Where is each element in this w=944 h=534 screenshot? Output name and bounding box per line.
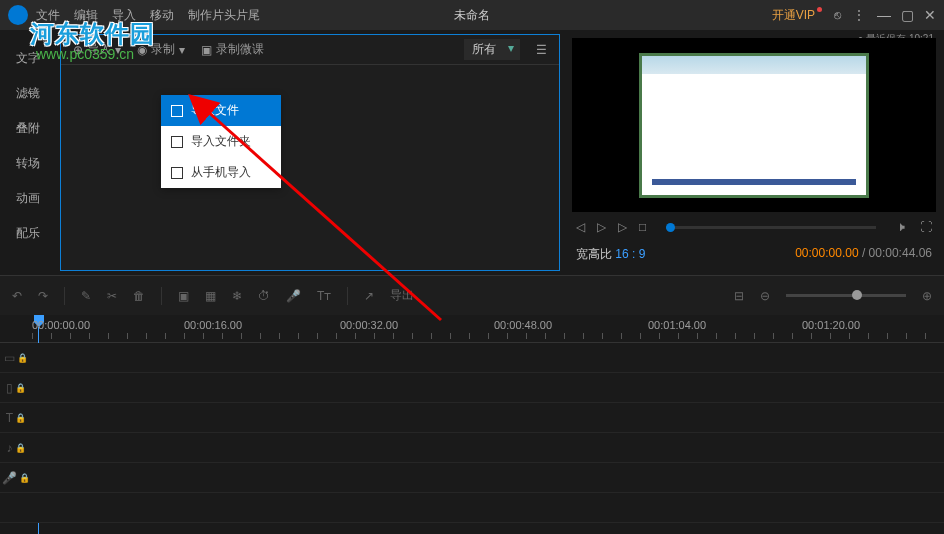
ruler-tick: 00:00:32.00	[340, 319, 398, 331]
ruler-tick: 00:00:48.00	[494, 319, 552, 331]
close-button[interactable]: ✕	[924, 7, 936, 23]
menu-move[interactable]: 移动	[150, 7, 174, 24]
ruler-tick: 00:00:00.00	[32, 319, 90, 331]
zoom-out-button[interactable]: ⊖	[760, 289, 770, 303]
mosaic-button[interactable]: ▦	[205, 289, 216, 303]
ruler-tick: 00:01:04.00	[648, 319, 706, 331]
zoom-in-button[interactable]: ⊕	[922, 289, 932, 303]
lock-icon[interactable]: 🔒	[15, 383, 26, 393]
fit-button[interactable]: ⊟	[734, 289, 744, 303]
track-audio[interactable]: ♪🔒	[0, 433, 944, 463]
track-extra[interactable]	[0, 493, 944, 523]
edit-button[interactable]: ✎	[81, 289, 91, 303]
cut-button[interactable]: ✂	[107, 289, 117, 303]
menu-file[interactable]: 文件	[36, 7, 60, 24]
voice-track-icon: 🎤	[2, 471, 17, 485]
import-context-menu: 导入文件 导入文件夹 从手机导入	[161, 95, 281, 188]
crop-button[interactable]: ▣	[178, 289, 189, 303]
track-voice[interactable]: 🎤🔒	[0, 463, 944, 493]
freeze-button[interactable]: ❄	[232, 289, 242, 303]
menu-import-phone[interactable]: 从手机导入	[161, 157, 281, 188]
undo-button[interactable]: ↶	[12, 289, 22, 303]
volume-icon[interactable]: 🕨	[896, 220, 908, 234]
preview-panel: ◁ ▷ ▷ □ 🕨 ⛶ 宽高比 16 : 9 00:00:00.00 / 00:…	[564, 30, 944, 275]
menu-import[interactable]: 导入	[112, 7, 136, 24]
aspect-ratio[interactable]: 16 : 9	[615, 247, 645, 261]
sidebar-text[interactable]: 文字	[16, 50, 40, 67]
file-icon	[171, 105, 183, 117]
preview-screen[interactable]	[572, 38, 936, 212]
video-track-icon: ▭	[4, 351, 15, 365]
subtitle-button[interactable]: Tᴛ	[317, 289, 331, 303]
timeline-toolbar: ↶ ↷ ✎ ✂ 🗑 ▣ ▦ ❄ ⏱ 🎤 Tᴛ ↗ 导出 ⊟ ⊖ ⊕	[0, 275, 944, 315]
menu-import-folder[interactable]: 导入文件夹	[161, 126, 281, 157]
user-icon[interactable]: ⎋	[834, 8, 841, 22]
lock-icon[interactable]: 🔒	[15, 443, 26, 453]
next-frame-button[interactable]: ▷	[618, 220, 627, 234]
scrubber[interactable]	[666, 226, 876, 229]
pip-track-icon: ▯	[6, 381, 13, 395]
sidebar-animation[interactable]: 动画	[16, 190, 40, 207]
folder-icon	[171, 136, 183, 148]
timeline-tracks: ▭🔒 ▯🔒 T🔒 ♪🔒 🎤🔒	[0, 343, 944, 523]
time-display: 00:00:00.00 / 00:00:44.06	[795, 246, 932, 263]
track-text[interactable]: T🔒	[0, 403, 944, 433]
play-button[interactable]: ▷	[597, 220, 606, 234]
media-toolbar: ⊕ 导入 ▾ ◉ 录制 ▾ ▣ 录制微课 所有 ☰	[61, 35, 559, 65]
transport-controls: ◁ ▷ ▷ □ 🕨 ⛶	[572, 212, 936, 242]
sidebar-overlay[interactable]: 叠附	[16, 120, 40, 137]
track-pip[interactable]: ▯🔒	[0, 373, 944, 403]
menu-import-file[interactable]: 导入文件	[161, 95, 281, 126]
sidebar-filter[interactable]: 滤镜	[16, 85, 40, 102]
maximize-button[interactable]: ▢	[901, 7, 914, 23]
total-time: 00:00:44.06	[869, 246, 932, 260]
phone-icon	[171, 167, 183, 179]
menu-edit[interactable]: 编辑	[74, 7, 98, 24]
sidebar-music[interactable]: 配乐	[16, 225, 40, 242]
sidebar: 文字 滤镜 叠附 转场 动画 配乐	[0, 30, 56, 275]
record-lesson-tool[interactable]: ▣ 录制微课	[201, 41, 264, 58]
redo-button[interactable]: ↷	[38, 289, 48, 303]
menu-titles[interactable]: 制作片头片尾	[188, 7, 260, 24]
prev-frame-button[interactable]: ◁	[576, 220, 585, 234]
audio-track-icon: ♪	[7, 441, 13, 455]
window-title: 未命名	[454, 7, 490, 24]
chevron-down-icon: ▾	[115, 43, 121, 57]
ratio-label: 宽高比	[576, 247, 612, 261]
menu-bar: 文件 编辑 导入 移动 制作片头片尾	[36, 7, 260, 24]
ruler-tick: 00:01:20.00	[802, 319, 860, 331]
lock-icon[interactable]: 🔒	[15, 413, 26, 423]
current-time: 00:00:00.00	[795, 246, 858, 260]
app-logo	[8, 5, 28, 25]
text-track-icon: T	[6, 411, 13, 425]
lock-icon[interactable]: 🔒	[19, 473, 30, 483]
zoom-slider[interactable]	[786, 294, 906, 297]
delete-button[interactable]: 🗑	[133, 289, 145, 303]
track-video[interactable]: ▭🔒	[0, 343, 944, 373]
export-icon[interactable]: ↗	[364, 289, 374, 303]
speed-button[interactable]: ⏱	[258, 289, 270, 303]
settings-icon[interactable]: ⋮	[853, 8, 865, 22]
titlebar: 文件 编辑 导入 移动 制作片头片尾 未命名 开通VIP ⎋ ⋮ — ▢ ✕	[0, 0, 944, 30]
sidebar-transition[interactable]: 转场	[16, 155, 40, 172]
lock-icon[interactable]: 🔒	[17, 353, 28, 363]
preview-info: 宽高比 16 : 9 00:00:00.00 / 00:00:44.06	[572, 242, 936, 267]
audio-button[interactable]: 🎤	[286, 289, 301, 303]
media-panel: ⊕ 导入 ▾ ◉ 录制 ▾ ▣ 录制微课 所有 ☰ 导入文件	[60, 34, 560, 271]
list-view-icon[interactable]: ☰	[536, 43, 547, 57]
import-tool[interactable]: ⊕ 导入 ▾	[73, 41, 121, 58]
preview-thumbnail	[639, 53, 869, 198]
stop-button[interactable]: □	[639, 220, 646, 234]
record-lesson-icon: ▣	[201, 43, 212, 57]
export-button[interactable]: 导出	[390, 287, 414, 304]
filter-dropdown[interactable]: 所有	[464, 39, 520, 60]
record-icon: ◉	[137, 43, 147, 57]
vip-button[interactable]: 开通VIP	[772, 7, 822, 24]
fullscreen-icon[interactable]: ⛶	[920, 220, 932, 234]
chevron-down-icon: ▾	[179, 43, 185, 57]
record-tool[interactable]: ◉ 录制 ▾	[137, 41, 185, 58]
ruler-tick: 00:00:16.00	[184, 319, 242, 331]
import-icon: ⊕	[73, 43, 83, 57]
minimize-button[interactable]: —	[877, 7, 891, 23]
timeline-ruler[interactable]: 00:00:00.0000:00:16.0000:00:32.0000:00:4…	[0, 315, 944, 343]
